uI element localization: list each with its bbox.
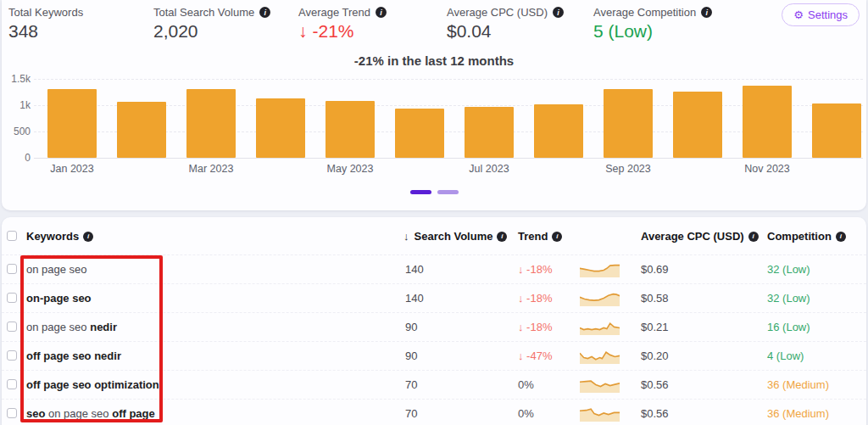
cpc-value: $0.21 [641, 313, 669, 341]
bar-may-2023[interactable] [326, 101, 375, 158]
stat-value: $0.04 [447, 21, 564, 42]
stats-chart-card: Total Keywords 348 Total Search Volume i… [2, 0, 866, 210]
stat-label: Average Trend [298, 6, 370, 19]
search-volume-value: 140 [405, 255, 424, 283]
table-row: on-page seo140↓ -18%$0.5832 (Low) [2, 283, 866, 312]
bar-jul-2023[interactable] [465, 107, 514, 158]
keyword-cell[interactable]: on-page seo [26, 284, 92, 312]
info-icon[interactable]: i [376, 7, 387, 18]
y-tick: 1.5k [5, 73, 31, 85]
keyword-cell[interactable]: on page seo [26, 255, 87, 283]
trend-value: ↓ -18% [518, 313, 552, 341]
cpc-value: $0.20 [641, 342, 669, 370]
table-row: off page seo optimization700%$0.5636 (Me… [2, 370, 866, 399]
trend-value: 0% [518, 400, 534, 425]
trend-sparkline [580, 407, 620, 422]
stat-average-cpc: Average CPC (USD) i $0.04 [447, 6, 564, 42]
search-volume-value: 90 [405, 342, 417, 370]
pagination-pill-active[interactable] [410, 190, 431, 194]
y-tick: 1k [5, 99, 31, 111]
bar-mar-2023[interactable] [186, 89, 236, 158]
competition-value: 32 (Low) [767, 284, 810, 312]
row-checkbox[interactable] [7, 408, 17, 418]
bar-apr-2023[interactable] [256, 98, 305, 158]
bar-nov-2023[interactable] [743, 86, 792, 158]
competition-value: 4 (Low) [767, 342, 804, 370]
x-axis-label: Jan 2023 [38, 163, 106, 175]
y-tick: 500 [5, 126, 31, 137]
pagination-pill-inactive[interactable] [437, 190, 459, 194]
trend-sparkline [580, 378, 620, 393]
x-axis-label: Jul 2023 [455, 163, 523, 175]
y-tick: 0 [5, 152, 31, 164]
keyword-segment-bold: off page seo optimization [26, 378, 159, 391]
table-row: off page seo nedir90↓ -47%$0.204 (Low) [2, 341, 866, 370]
gear-icon: ⚙ [793, 8, 804, 21]
bar-jun-2023[interactable] [395, 109, 444, 158]
competition-value: 16 (Low) [767, 313, 810, 341]
cpc-value: $0.56 [641, 371, 669, 399]
keyword-segment-bold: on-page seo [26, 292, 92, 305]
trend-value: 0% [518, 371, 534, 399]
trend-sparkline [580, 321, 620, 335]
keyword-segment-bold: nedir [90, 321, 117, 333]
stat-average-trend: Average Trend i ↓ -21% [298, 6, 387, 42]
info-icon[interactable]: i [259, 7, 270, 18]
trend-sparkline [580, 292, 620, 306]
x-axis-label: Sep 2023 [594, 163, 662, 175]
stat-label: Average CPC (USD) [447, 6, 548, 19]
table-row: on page seo nedir90↓ -18%$0.2116 (Low) [2, 312, 866, 341]
cpc-value: $0.69 [641, 255, 669, 283]
trend-value: ↓ -18% [518, 284, 552, 312]
keyword-cell[interactable]: off page seo optimization [26, 371, 159, 399]
bar-dec-2023[interactable] [812, 103, 861, 158]
competition-value: 32 (Low) [767, 255, 810, 283]
bar-sep-2023[interactable] [604, 89, 653, 158]
row-checkbox[interactable] [7, 322, 17, 332]
trend-value: ↓ -47% [518, 342, 552, 370]
search-volume-value: 70 [405, 371, 417, 399]
down-arrow-icon: ↓ [298, 21, 308, 42]
gridline [34, 79, 863, 80]
stat-total-search-volume: Total Search Volume i 2,020 [153, 6, 270, 42]
keyword-cell[interactable]: off page seo nedir [26, 342, 121, 370]
keyword-dashboard: Total Keywords 348 Total Search Volume i… [0, 0, 868, 425]
table-rows: on page seo140↓ -18%$0.6932 (Low)on-page… [2, 217, 866, 425]
bar-aug-2023[interactable] [534, 104, 583, 158]
keyword-segment: on page seo [26, 263, 87, 276]
stat-total-keywords: Total Keywords 348 [8, 6, 83, 42]
bar-jan-2023[interactable] [47, 89, 97, 158]
info-icon[interactable]: i [553, 7, 564, 18]
cpc-value: $0.56 [641, 400, 669, 425]
bar-feb-2023[interactable] [117, 102, 166, 158]
settings-button[interactable]: ⚙ Settings [782, 3, 860, 26]
trend-sparkline [580, 263, 620, 277]
stat-value: 348 [8, 21, 83, 42]
keyword-segment-bold: seo [26, 407, 48, 420]
trend-sparkline [580, 350, 620, 364]
row-checkbox[interactable] [7, 264, 17, 274]
cpc-value: $0.58 [641, 284, 669, 312]
keyword-cell[interactable]: on page seo nedir [26, 313, 117, 341]
search-volume-value: 70 [405, 400, 417, 425]
search-volume-value: 90 [405, 313, 417, 341]
keyword-cell[interactable]: seo on page seo off page [26, 400, 155, 425]
bar-oct-2023[interactable] [673, 92, 722, 158]
info-icon[interactable]: i [701, 7, 712, 18]
keywords-table-card: Keywords i ↓ Search Volume i Trend i Ave… [2, 217, 866, 425]
stat-value: -21% [313, 21, 354, 42]
table-row: seo on page seo off page700%$0.5636 (Med… [2, 399, 866, 425]
stat-value: 2,020 [153, 21, 270, 42]
trend-value: ↓ -18% [518, 255, 552, 283]
x-axis-label: Mar 2023 [177, 163, 245, 175]
stat-average-competition: Average Competition i 5 (Low) [593, 6, 712, 42]
competition-value: 36 (Medium) [767, 371, 829, 399]
keyword-segment-bold: off page [112, 407, 155, 420]
chart-title: -21% in the last 12 months [2, 53, 866, 68]
x-axis-line [34, 158, 863, 159]
row-checkbox[interactable] [7, 293, 17, 303]
keyword-segment: on page seo [26, 321, 90, 333]
keyword-segment: on page seo [48, 407, 112, 420]
row-checkbox[interactable] [7, 350, 17, 361]
row-checkbox[interactable] [7, 379, 17, 389]
